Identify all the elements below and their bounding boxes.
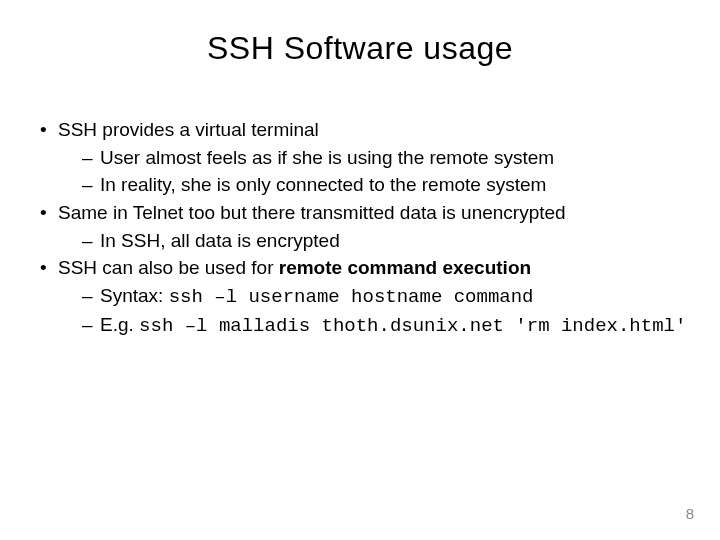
bullet-3a: Syntax: ssh –l username hostname command [30, 283, 690, 311]
bullet-3-bold: remote command execution [279, 257, 531, 278]
bullet-3: SSH can also be used for remote command … [30, 255, 690, 281]
bullet-1b: In reality, she is only connected to the… [30, 172, 690, 198]
bullet-3-text: SSH can also be used for [58, 257, 279, 278]
bullet-2: Same in Telnet too but there transmitted… [30, 200, 690, 226]
bullet-3a-code: ssh –l username hostname command [169, 286, 534, 308]
slide-body: SSH provides a virtual terminal User alm… [0, 77, 720, 340]
bullet-3b: E.g. ssh –l malladis thoth.dsunix.net 'r… [30, 312, 690, 340]
bullet-3b-code: ssh –l malladis thoth.dsunix.net 'rm ind… [139, 315, 686, 337]
bullet-3a-label: Syntax: [100, 285, 169, 306]
bullet-3b-label: E.g. [100, 314, 139, 335]
bullet-2a: In SSH, all data is encrypted [30, 228, 690, 254]
bullet-1a: User almost feels as if she is using the… [30, 145, 690, 171]
bullet-1: SSH provides a virtual terminal [30, 117, 690, 143]
page-number: 8 [686, 505, 694, 522]
slide-title: SSH Software usage [0, 0, 720, 77]
slide: SSH Software usage SSH provides a virtua… [0, 0, 720, 540]
